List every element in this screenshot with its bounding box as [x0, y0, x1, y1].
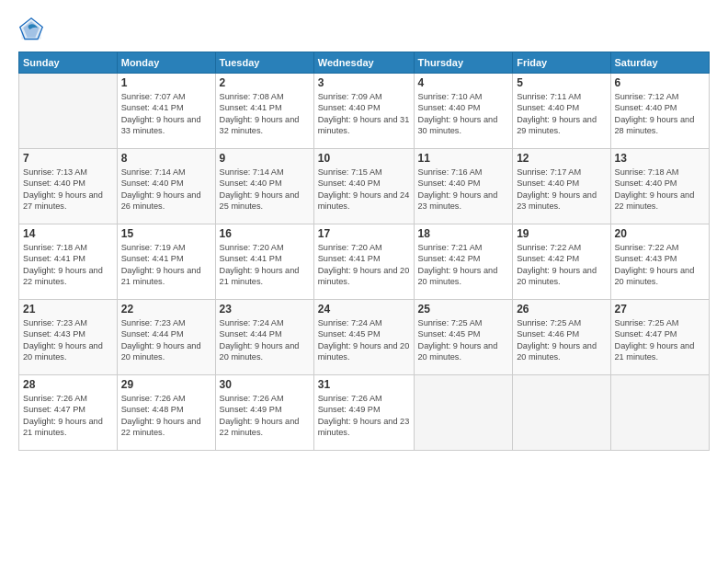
calendar-day-cell: 29Sunrise: 7:26 AMSunset: 4:48 PMDayligh…: [117, 375, 215, 451]
day-number: 24: [318, 303, 410, 316]
day-info: Sunrise: 7:26 AMSunset: 4:49 PMDaylight:…: [318, 393, 410, 439]
day-number: 4: [418, 76, 509, 89]
day-info: Sunrise: 7:25 AMSunset: 4:46 PMDaylight:…: [517, 317, 606, 363]
day-number: 10: [318, 152, 410, 165]
calendar-day-cell: 2Sunrise: 7:08 AMSunset: 4:41 PMDaylight…: [215, 74, 313, 149]
calendar-day-cell: 14Sunrise: 7:18 AMSunset: 4:41 PMDayligh…: [19, 224, 118, 300]
page: SundayMondayTuesdayWednesdayThursdayFrid…: [0, 0, 728, 563]
day-info: Sunrise: 7:11 AMSunset: 4:40 PMDaylight:…: [517, 91, 606, 137]
day-number: 5: [517, 76, 606, 89]
day-info: Sunrise: 7:24 AMSunset: 4:45 PMDaylight:…: [318, 317, 410, 363]
day-info: Sunrise: 7:25 AMSunset: 4:45 PMDaylight:…: [418, 317, 509, 363]
day-info: Sunrise: 7:14 AMSunset: 4:40 PMDaylight:…: [220, 167, 310, 213]
day-info: Sunrise: 7:19 AMSunset: 4:41 PMDaylight:…: [121, 242, 211, 288]
day-info: Sunrise: 7:26 AMSunset: 4:48 PMDaylight:…: [121, 393, 211, 439]
calendar-day-cell: 25Sunrise: 7:25 AMSunset: 4:45 PMDayligh…: [414, 300, 513, 375]
day-info: Sunrise: 7:22 AMSunset: 4:42 PMDaylight:…: [517, 242, 606, 288]
day-info: Sunrise: 7:15 AMSunset: 4:40 PMDaylight:…: [318, 167, 410, 213]
calendar-day-cell: 30Sunrise: 7:26 AMSunset: 4:49 PMDayligh…: [215, 375, 313, 451]
calendar-day-cell: 3Sunrise: 7:09 AMSunset: 4:40 PMDaylight…: [313, 74, 414, 149]
day-number: 20: [615, 227, 706, 240]
day-info: Sunrise: 7:18 AMSunset: 4:40 PMDaylight:…: [615, 167, 706, 213]
calendar-week-row: 7Sunrise: 7:13 AMSunset: 4:40 PMDaylight…: [19, 149, 710, 224]
day-number: 26: [517, 303, 606, 316]
calendar-day-cell: 18Sunrise: 7:21 AMSunset: 4:42 PMDayligh…: [414, 224, 513, 300]
calendar-day-cell: 22Sunrise: 7:23 AMSunset: 4:44 PMDayligh…: [117, 300, 215, 375]
day-info: Sunrise: 7:24 AMSunset: 4:44 PMDaylight:…: [220, 317, 310, 363]
day-info: Sunrise: 7:22 AMSunset: 4:43 PMDaylight:…: [615, 242, 706, 288]
day-number: 22: [121, 303, 211, 316]
calendar-day-cell: 31Sunrise: 7:26 AMSunset: 4:49 PMDayligh…: [313, 375, 414, 451]
calendar-day-cell: 9Sunrise: 7:14 AMSunset: 4:40 PMDaylight…: [215, 149, 313, 224]
calendar-day-cell: 6Sunrise: 7:12 AMSunset: 4:40 PMDaylight…: [610, 74, 710, 149]
day-number: 19: [517, 227, 606, 240]
day-info: Sunrise: 7:17 AMSunset: 4:40 PMDaylight:…: [517, 167, 606, 213]
calendar-day-cell: 20Sunrise: 7:22 AMSunset: 4:43 PMDayligh…: [610, 224, 710, 300]
calendar-day-cell: 7Sunrise: 7:13 AMSunset: 4:40 PMDaylight…: [19, 149, 118, 224]
day-info: Sunrise: 7:08 AMSunset: 4:41 PMDaylight:…: [220, 91, 310, 137]
calendar-day-cell: [610, 375, 710, 451]
calendar-day-cell: 28Sunrise: 7:26 AMSunset: 4:47 PMDayligh…: [19, 375, 118, 451]
day-info: Sunrise: 7:20 AMSunset: 4:41 PMDaylight:…: [318, 242, 410, 288]
day-info: Sunrise: 7:23 AMSunset: 4:43 PMDaylight:…: [23, 317, 113, 363]
calendar-week-row: 28Sunrise: 7:26 AMSunset: 4:47 PMDayligh…: [19, 375, 710, 451]
day-number: 21: [23, 303, 113, 316]
day-info: Sunrise: 7:07 AMSunset: 4:41 PMDaylight:…: [121, 91, 211, 137]
day-info: Sunrise: 7:14 AMSunset: 4:40 PMDaylight:…: [121, 167, 211, 213]
day-info: Sunrise: 7:25 AMSunset: 4:47 PMDaylight:…: [615, 317, 706, 363]
logo-icon: [18, 17, 44, 42]
calendar-day-cell: 10Sunrise: 7:15 AMSunset: 4:40 PMDayligh…: [313, 149, 414, 224]
day-number: 30: [220, 378, 310, 391]
day-info: Sunrise: 7:16 AMSunset: 4:40 PMDaylight:…: [418, 167, 509, 213]
calendar-day-cell: 19Sunrise: 7:22 AMSunset: 4:42 PMDayligh…: [513, 224, 610, 300]
day-info: Sunrise: 7:09 AMSunset: 4:40 PMDaylight:…: [318, 91, 410, 137]
day-number: 8: [121, 152, 211, 165]
day-number: 28: [23, 378, 113, 391]
calendar-day-cell: [19, 74, 118, 149]
day-info: Sunrise: 7:21 AMSunset: 4:42 PMDaylight:…: [418, 242, 509, 288]
calendar-day-cell: 4Sunrise: 7:10 AMSunset: 4:40 PMDaylight…: [414, 74, 513, 149]
day-number: 17: [318, 227, 410, 240]
calendar-header-thursday: Thursday: [414, 52, 513, 74]
calendar-header-monday: Monday: [117, 52, 215, 74]
calendar-day-cell: 23Sunrise: 7:24 AMSunset: 4:44 PMDayligh…: [215, 300, 313, 375]
calendar-header-row: SundayMondayTuesdayWednesdayThursdayFrid…: [19, 52, 710, 74]
calendar-day-cell: 8Sunrise: 7:14 AMSunset: 4:40 PMDaylight…: [117, 149, 215, 224]
calendar-header-saturday: Saturday: [610, 52, 710, 74]
calendar-day-cell: 24Sunrise: 7:24 AMSunset: 4:45 PMDayligh…: [313, 300, 414, 375]
day-info: Sunrise: 7:23 AMSunset: 4:44 PMDaylight:…: [121, 317, 211, 363]
day-number: 27: [615, 303, 706, 316]
day-number: 14: [23, 227, 113, 240]
day-number: 13: [615, 152, 706, 165]
calendar-week-row: 1Sunrise: 7:07 AMSunset: 4:41 PMDaylight…: [19, 74, 710, 149]
day-number: 7: [23, 152, 113, 165]
calendar-day-cell: [513, 375, 610, 451]
calendar-header-wednesday: Wednesday: [313, 52, 414, 74]
calendar-day-cell: 12Sunrise: 7:17 AMSunset: 4:40 PMDayligh…: [513, 149, 610, 224]
logo: [18, 17, 48, 42]
calendar-day-cell: 17Sunrise: 7:20 AMSunset: 4:41 PMDayligh…: [313, 224, 414, 300]
calendar-header-sunday: Sunday: [19, 52, 118, 74]
calendar-day-cell: 5Sunrise: 7:11 AMSunset: 4:40 PMDaylight…: [513, 74, 610, 149]
day-info: Sunrise: 7:26 AMSunset: 4:47 PMDaylight:…: [23, 393, 113, 439]
day-number: 3: [318, 76, 410, 89]
day-number: 15: [121, 227, 211, 240]
day-info: Sunrise: 7:13 AMSunset: 4:40 PMDaylight:…: [23, 167, 113, 213]
calendar-day-cell: 16Sunrise: 7:20 AMSunset: 4:41 PMDayligh…: [215, 224, 313, 300]
header: [18, 17, 710, 42]
day-info: Sunrise: 7:10 AMSunset: 4:40 PMDaylight:…: [418, 91, 509, 137]
day-info: Sunrise: 7:12 AMSunset: 4:40 PMDaylight:…: [615, 91, 706, 137]
calendar-day-cell: 26Sunrise: 7:25 AMSunset: 4:46 PMDayligh…: [513, 300, 610, 375]
calendar-header-friday: Friday: [513, 52, 610, 74]
day-number: 2: [220, 76, 310, 89]
day-info: Sunrise: 7:18 AMSunset: 4:41 PMDaylight:…: [23, 242, 113, 288]
day-info: Sunrise: 7:20 AMSunset: 4:41 PMDaylight:…: [220, 242, 310, 288]
calendar-day-cell: 11Sunrise: 7:16 AMSunset: 4:40 PMDayligh…: [414, 149, 513, 224]
calendar-day-cell: 13Sunrise: 7:18 AMSunset: 4:40 PMDayligh…: [610, 149, 710, 224]
day-number: 31: [318, 378, 410, 391]
calendar: SundayMondayTuesdayWednesdayThursdayFrid…: [18, 52, 710, 451]
day-number: 25: [418, 303, 509, 316]
day-number: 16: [220, 227, 310, 240]
calendar-header-tuesday: Tuesday: [215, 52, 313, 74]
day-number: 1: [121, 76, 211, 89]
